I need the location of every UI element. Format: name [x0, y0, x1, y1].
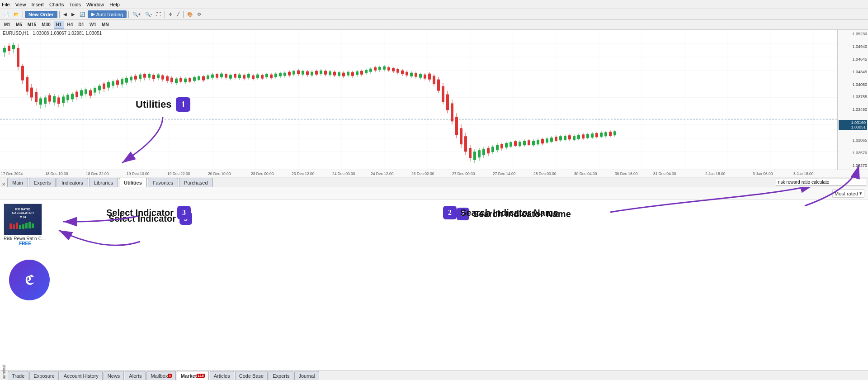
- tf-m15[interactable]: M15: [25, 21, 38, 29]
- svg-rect-112: [189, 78, 191, 82]
- svg-rect-62: [75, 92, 78, 97]
- tf-h1[interactable]: H1: [54, 21, 64, 29]
- menu-file[interactable]: File: [2, 2, 10, 7]
- toolbar-new-file[interactable]: 📄: [2, 10, 11, 19]
- tf-m5[interactable]: M5: [14, 21, 24, 29]
- svg-rect-268: [541, 139, 544, 143]
- most-rated-sort-button[interactable]: Most rated ▾: [832, 189, 864, 198]
- annotation-label-search: Search Indicator Name: [473, 209, 571, 219]
- nav-tab-favorites[interactable]: Favorites: [148, 178, 178, 187]
- terminal-tab-experts[interactable]: Experts: [269, 371, 293, 380]
- svg-rect-52: [53, 96, 56, 103]
- price-level-current: 1.031601.03051: [839, 120, 867, 130]
- terminal-tab-news[interactable]: News: [104, 371, 124, 380]
- svg-rect-214: [419, 74, 422, 78]
- svg-rect-122: [211, 75, 214, 78]
- toolbar-fit-chart[interactable]: ⛶: [155, 10, 163, 19]
- svg-rect-186: [356, 71, 359, 75]
- nav-tab-experts[interactable]: Experts: [29, 178, 56, 187]
- nav-close-icon[interactable]: ✕: [2, 182, 5, 187]
- time-label-2: 18 Dec 10:00: [45, 171, 68, 176]
- time-label-6: 20 Dec 10:00: [208, 171, 231, 176]
- search-container[interactable]: [776, 179, 866, 185]
- menu-insert[interactable]: Insert: [31, 2, 44, 7]
- tf-w1[interactable]: W1: [87, 21, 99, 29]
- tf-m1[interactable]: M1: [2, 21, 13, 29]
- price-level-3: 1.04645: [839, 57, 867, 62]
- autotrading-button[interactable]: ▶ AutoTrading: [88, 10, 127, 18]
- menu-help[interactable]: Help: [109, 2, 120, 7]
- terminal-tab-exposure[interactable]: Exposure: [29, 371, 58, 380]
- toolbar-history-fwd[interactable]: ▶: [70, 10, 77, 19]
- menu-window[interactable]: Window: [86, 2, 104, 7]
- time-label-13: 27 Dec 14:00: [493, 171, 516, 176]
- nav-tab-indicators[interactable]: Indicators: [57, 178, 88, 187]
- tf-d1[interactable]: D1: [76, 21, 86, 29]
- svg-rect-222: [437, 80, 440, 91]
- svg-rect-196: [378, 67, 381, 70]
- menu-charts[interactable]: Charts: [49, 2, 64, 7]
- svg-rect-228: [451, 103, 453, 121]
- svg-rect-168: [315, 71, 318, 75]
- tf-h4[interactable]: H4: [65, 21, 75, 29]
- terminal-tab-trade[interactable]: Trade: [8, 371, 28, 380]
- product-card-rr-ratio[interactable]: RR RATIO CALCULATOR MT4: [4, 204, 47, 246]
- terminal-tab-journal[interactable]: Journal: [294, 371, 319, 380]
- svg-rect-90: [139, 75, 142, 79]
- toolbar-crosshair[interactable]: ✛: [167, 10, 174, 19]
- nav-tab-main[interactable]: Main: [7, 178, 28, 187]
- svg-rect-194: [374, 67, 377, 71]
- terminal-tab-mailbox[interactable]: Mailbox 8: [146, 371, 175, 380]
- svg-rect-264: [532, 141, 535, 145]
- svg-rect-282: [573, 136, 576, 140]
- toolbar-sep-4: [165, 11, 165, 18]
- terminal-tab-market[interactable]: Market 118: [177, 371, 209, 380]
- terminal-tab-codebase[interactable]: Code Base: [235, 371, 268, 380]
- chart-area[interactable]: EURUSD,H1 1.03008 1.03067 1.02981 1.0305…: [0, 30, 868, 170]
- toolbar-zoom-in[interactable]: 🔍+: [131, 10, 142, 19]
- svg-rect-220: [433, 76, 435, 84]
- new-order-button[interactable]: New Order: [25, 11, 57, 18]
- toolbar-zoom-out[interactable]: 🔍-: [143, 10, 154, 19]
- terminal-tab-articles[interactable]: Articles: [210, 371, 234, 380]
- annotation-layer: [0, 187, 868, 314]
- menu-tools[interactable]: Tools: [69, 2, 81, 7]
- nav-tab-libraries[interactable]: Libraries: [89, 178, 118, 187]
- terminal-tab-account-history[interactable]: Account History: [60, 371, 103, 380]
- svg-rect-150: [274, 74, 277, 77]
- nav-tab-purchased[interactable]: Purchased: [179, 178, 213, 187]
- svg-rect-242: [482, 149, 485, 155]
- toolbar-open[interactable]: 📂: [12, 10, 21, 19]
- svg-rect-124: [216, 74, 218, 78]
- svg-rect-200: [387, 67, 390, 71]
- svg-rect-162: [302, 71, 304, 75]
- svg-rect-142: [256, 75, 259, 78]
- svg-rect-306: [25, 223, 28, 228]
- tf-m30[interactable]: M30: [39, 21, 52, 29]
- annotation-label-select: Select Indicator: [108, 214, 176, 224]
- toolbar-color[interactable]: 🎨: [185, 10, 194, 19]
- svg-rect-280: [568, 135, 571, 139]
- price-level-7: 1.03460: [839, 107, 867, 112]
- toolbar-refresh[interactable]: 🔄: [78, 10, 87, 19]
- menu-view[interactable]: View: [15, 2, 26, 7]
- svg-rect-302: [13, 224, 15, 229]
- search-input[interactable]: [778, 180, 864, 185]
- terminal-tab-alerts[interactable]: Alerts: [125, 371, 146, 380]
- svg-rect-304: [19, 225, 21, 229]
- svg-rect-254: [509, 142, 512, 147]
- chart-symbol: EURUSD,H1: [3, 31, 29, 36]
- price-level-6: 1.03755: [839, 95, 867, 99]
- nav-tab-utilities[interactable]: Utilities: [119, 178, 147, 187]
- time-label-15: 30 Dec 04:00: [574, 171, 597, 176]
- navigator-tabs-bar: ✕ Main Experts Indicators Libraries Util…: [0, 177, 868, 187]
- toolbar-settings[interactable]: ⚙: [195, 10, 203, 19]
- toolbar-line[interactable]: ╱: [175, 10, 181, 19]
- svg-rect-44: [35, 92, 38, 102]
- toolbar-sep-5: [183, 11, 184, 18]
- svg-rect-250: [500, 144, 503, 148]
- tf-mn[interactable]: MN: [99, 21, 111, 29]
- svg-rect-190: [365, 70, 368, 73]
- toolbar-history-back[interactable]: ◀: [61, 10, 69, 19]
- time-label-7: 23 Dec 00:00: [251, 171, 274, 176]
